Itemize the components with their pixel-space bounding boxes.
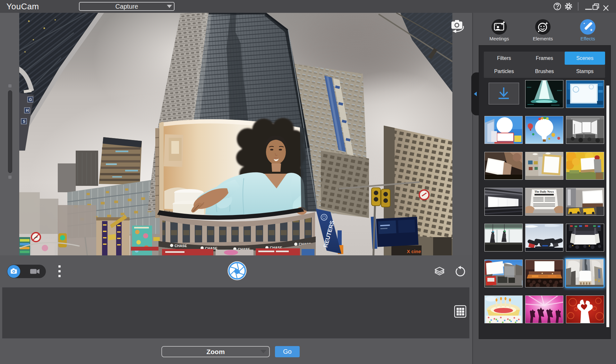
svg-text:H: H: [26, 108, 29, 113]
svg-text:X cine: X cine: [407, 249, 421, 254]
svg-text:S: S: [23, 119, 25, 124]
svg-text:The Daily News: The Daily News: [535, 190, 554, 193]
svg-text:G: G: [29, 97, 32, 102]
svg-text:CHASE: CHASE: [175, 244, 187, 248]
